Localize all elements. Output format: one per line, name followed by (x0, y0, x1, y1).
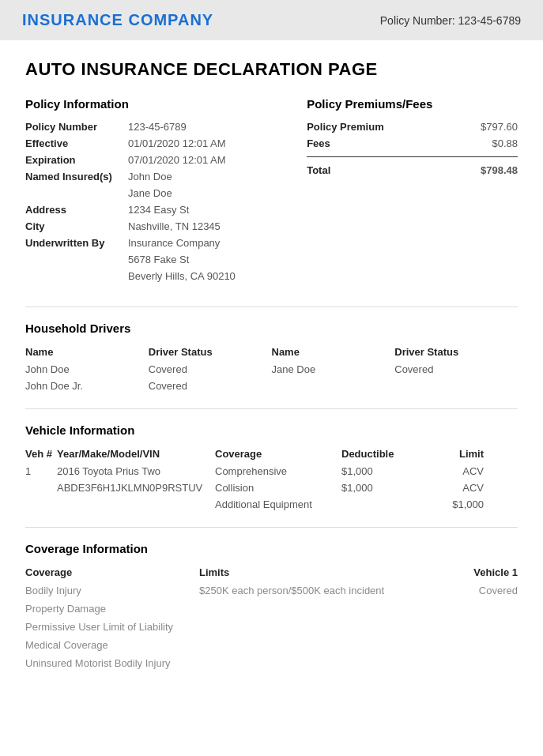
coverage-limits (199, 654, 439, 672)
household-drivers-title: Household Drivers (25, 322, 518, 335)
header: INSURANCE COMPANY Policy Number: 123-45-… (0, 0, 543, 40)
policy-info-label: Policy Number (25, 118, 128, 135)
policy-info-row: 5678 Fake St (25, 251, 283, 268)
vehicle-col-deductible: Deductible (341, 445, 420, 463)
policy-info-row: Beverly Hills, CA 90210 (25, 268, 283, 284)
coverage-col-vehicle: Vehicle 1 (439, 563, 518, 581)
vehicle-info-title: Vehicle Information (25, 423, 518, 437)
household-drivers-section: Household Drivers Name Driver Status Nam… (25, 322, 518, 394)
section-divider-3 (25, 527, 518, 528)
coverage-grid: Coverage Limits Vehicle 1 Bodily Injury$… (25, 563, 518, 672)
vehicle-coverage-name: Additional Equipment (215, 496, 341, 513)
header-policy-number: Policy Number: 123-45-6789 (380, 14, 521, 27)
drivers-col4-header: Driver Status (394, 343, 518, 361)
policy-info-value: 07/01/2020 12:01 AM (128, 152, 283, 168)
coverage-name: Bodily Injury (25, 581, 199, 600)
premiums-total-table: Total $798.48 (307, 162, 518, 179)
vehicle-limit: ACV (420, 463, 484, 480)
drivers-cell (272, 378, 395, 394)
policy-info-row: Effective01/01/2020 12:01 AM (25, 135, 283, 152)
coverage-limits (199, 600, 439, 618)
policy-info-row: Underwritten ByInsurance Company (25, 235, 283, 251)
drivers-cell: Covered (149, 361, 272, 378)
vehicle-deductible: $1,000 (341, 480, 420, 496)
policy-info-value: 01/01/2020 12:01 AM (128, 135, 283, 152)
policy-info-table: Policy Number123-45-6789Effective01/01/2… (25, 118, 283, 284)
premiums-section: Policy Premiums/Fees Policy Premium $797… (307, 97, 518, 284)
premium-row: Policy Premium $797.60 (307, 118, 518, 135)
policy-info-row: Expiration07/01/2020 12:01 AM (25, 152, 283, 168)
coverage-limits: $250K each person/$500K each incident (199, 581, 439, 600)
coverage-col-coverage: Coverage (25, 563, 199, 581)
policy-info-label (25, 185, 128, 201)
vehicle-coverage-name: Collision (215, 480, 341, 496)
policy-info-value: John Doe (128, 168, 283, 185)
drivers-col1-header: Name (25, 343, 149, 361)
total-label: Total (307, 162, 389, 179)
policy-info-row: Named Insured(s)John Doe (25, 168, 283, 185)
vehicle-num (25, 496, 57, 513)
coverage-name: Medical Coverage (25, 636, 199, 654)
policy-info-label: Underwritten By (25, 235, 128, 251)
policy-info-value: 1234 Easy St (128, 201, 283, 218)
company-name: INSURANCE COMPANY (22, 11, 213, 29)
coverage-info-title: Coverage Information (25, 542, 518, 555)
coverage-vehicle (439, 654, 518, 672)
vehicle-deductible: $1,000 (341, 463, 420, 480)
policy-info-row: Address1234 Easy St (25, 201, 283, 218)
premium-value: $797.60 (449, 118, 518, 135)
vehicle-info-section: Vehicle Information Veh # Year/Make/Mode… (25, 423, 518, 513)
drivers-cell: Jane Doe (272, 361, 395, 378)
drivers-col3-header: Name (272, 343, 395, 361)
coverage-name: Permissive User Limit of Liability (25, 618, 199, 636)
coverage-name: Property Damage (25, 600, 199, 618)
fees-label: Fees (307, 135, 449, 152)
policy-info-label: Expiration (25, 152, 128, 168)
policy-info-label: Named Insured(s) (25, 168, 128, 185)
vehicle-year-make: ABDE3F6H1JKLMN0P9RSTUV (57, 480, 215, 496)
total-row: Total $798.48 (307, 162, 518, 179)
coverage-vehicle (439, 636, 518, 654)
policy-info-label: City (25, 218, 128, 235)
policy-info-row: Policy Number123-45-6789 (25, 118, 283, 135)
vehicle-col-coverage: Coverage (215, 445, 341, 463)
policy-info-row: Jane Doe (25, 185, 283, 201)
policy-info-label (25, 268, 128, 284)
vehicle-deductible (341, 496, 420, 513)
coverage-vehicle (439, 618, 518, 636)
fees-value: $0.88 (449, 135, 518, 152)
policy-info-value: 123-45-6789 (128, 118, 283, 135)
drivers-col2-header: Driver Status (149, 343, 272, 361)
policy-info-value: Beverly Hills, CA 90210 (128, 268, 283, 284)
vehicle-limit: ACV (420, 480, 484, 496)
coverage-limits (199, 618, 439, 636)
coverage-name: Uninsured Motorist Bodily Injury (25, 654, 199, 672)
vehicle-year-make: 2016 Toyota Prius Two (57, 463, 215, 480)
premiums-title: Policy Premiums/Fees (307, 97, 518, 111)
premium-label: Policy Premium (307, 118, 449, 135)
coverage-vehicle: Covered (439, 581, 518, 600)
policy-info-value: Nashville, TN 12345 (128, 218, 283, 235)
coverage-vehicle (439, 600, 518, 618)
policy-info-value: 5678 Fake St (128, 251, 283, 268)
policy-info-row: CityNashville, TN 12345 (25, 218, 283, 235)
vehicle-limit: $1,000 (420, 496, 484, 513)
vehicle-col-limit: Limit (420, 445, 484, 463)
premiums-table: Policy Premium $797.60 Fees $0.88 (307, 118, 518, 152)
vehicle-num: 1 (25, 463, 57, 480)
page: INSURANCE COMPANY Policy Number: 123-45-… (0, 0, 543, 756)
fees-row: Fees $0.88 (307, 135, 518, 152)
vehicle-year-make (57, 496, 215, 513)
policy-info-label (25, 251, 128, 268)
drivers-cell: John Doe (25, 361, 149, 378)
section-divider-2 (25, 408, 518, 409)
vehicle-coverage-name: Comprehensive (215, 463, 341, 480)
coverage-col-limits: Limits (199, 563, 439, 581)
drivers-cell (394, 378, 518, 394)
drivers-grid: Name Driver Status Name Driver Status Jo… (25, 343, 518, 394)
policy-info-title: Policy Information (25, 97, 283, 111)
coverage-info-section: Coverage Information Coverage Limits Veh… (25, 542, 518, 672)
policy-info-section: Policy Information Policy Number123-45-6… (25, 97, 283, 284)
drivers-cell: John Doe Jr. (25, 378, 149, 394)
drivers-cell: Covered (394, 361, 518, 378)
